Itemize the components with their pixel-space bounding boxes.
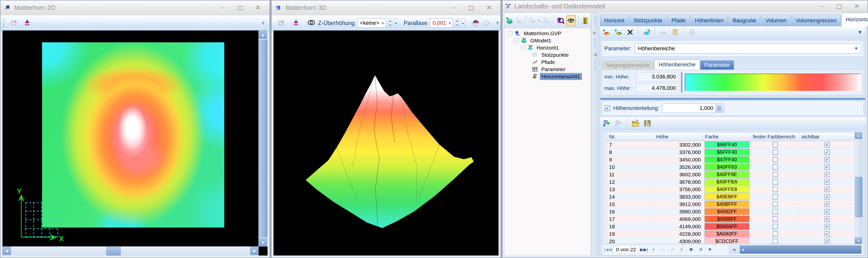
add-child-icon[interactable] <box>529 15 537 26</box>
cell-hoehe[interactable]: 4228,000 <box>654 230 703 237</box>
color-swatch[interactable]: $40BFFF <box>705 201 749 207</box>
table-row[interactable]: 93450,000$47FF40✓ <box>603 156 855 164</box>
splitter-grip[interactable] <box>594 16 596 27</box>
collapse-icon[interactable]: − <box>508 31 513 36</box>
scrollbar-thumb[interactable] <box>855 177 862 217</box>
column-header[interactable]: fester Farbbereich <box>751 133 800 141</box>
row-selector[interactable] <box>603 208 607 215</box>
cell-nr[interactable]: 15 <box>607 201 654 208</box>
toolbar-grip[interactable] <box>3 18 5 28</box>
copy-parameter-icon[interactable] <box>671 27 680 38</box>
remove-child-icon[interactable] <box>543 15 551 26</box>
checkbox[interactable] <box>773 231 778 237</box>
scrollbar-thumb[interactable] <box>106 247 121 256</box>
nav-insert-icon[interactable]: + <box>649 246 658 254</box>
remove-model-icon[interactable] <box>515 15 523 26</box>
hoehenunterteilung-input[interactable]: 1,000 <box>662 104 724 113</box>
detach-window-icon[interactable] <box>8 18 19 28</box>
checkbox[interactable]: ✓ <box>825 209 830 214</box>
delete-icon[interactable] <box>625 27 635 38</box>
cell-farbe[interactable]: $47FF40 <box>703 156 751 163</box>
checkbox[interactable] <box>773 194 778 200</box>
row-selector[interactable] <box>603 216 607 223</box>
cell-farbe[interactable]: $CDCDFF <box>703 238 751 244</box>
table-row[interactable]: 153912,000$40BFFF✓ <box>603 201 855 208</box>
column-header[interactable]: Farbe <box>703 133 751 141</box>
search-icon[interactable] <box>556 15 565 26</box>
viewport-3d[interactable] <box>274 30 499 256</box>
splitter-grip[interactable] <box>594 38 596 49</box>
cell-farbe[interactable]: $A0A0FF <box>703 230 751 237</box>
checkbox[interactable]: ✓ <box>825 149 830 155</box>
cell-sichtbar[interactable]: ✓ <box>800 186 855 193</box>
color-swatch[interactable]: $CDCDFF <box>705 238 749 244</box>
checkbox[interactable]: ✓ <box>825 187 830 192</box>
checkbox[interactable] <box>773 224 778 229</box>
cell-farbe[interactable]: $4066FF <box>703 216 751 223</box>
color-swatch[interactable]: $40FF63 <box>705 164 749 170</box>
viewport-2d[interactable]: Y X ▲ ▼ ◀ ▶ <box>2 30 268 256</box>
cell-hoehe[interactable]: 4069,000 <box>654 216 703 223</box>
row-selector[interactable] <box>603 156 607 163</box>
tab-höhenlinien[interactable]: Höhenlinien <box>691 15 728 26</box>
color-swatch[interactable]: $40FFBA <box>705 178 749 185</box>
layers-export-icon[interactable] <box>292 18 300 28</box>
table-horizontal-scrollbar[interactable]: ◀ ◀ <box>729 246 862 254</box>
chevron-down-icon[interactable]: ▾ <box>448 21 453 26</box>
checkbox[interactable] <box>773 142 778 148</box>
parameter-select[interactable]: Höhenbereiche ▼ <box>635 44 861 54</box>
checkbox[interactable] <box>773 187 778 192</box>
table-row[interactable]: 133756,000$40FFE8✓ <box>603 186 855 193</box>
nav-first-icon[interactable]: |◀◀ <box>603 246 612 254</box>
tab-horizont[interactable]: Horizont <box>600 15 629 26</box>
tree-item-pfade[interactable]: Pfade <box>504 58 591 66</box>
cell-hoehe[interactable]: 3912,000 <box>654 201 703 208</box>
cell-nr[interactable]: 10 <box>607 164 654 171</box>
cell-fester-farbbereich[interactable] <box>751 141 800 148</box>
toolbar-overflow-icon[interactable]: ▼ <box>261 20 267 26</box>
cell-sichtbar[interactable]: ✓ <box>800 156 855 163</box>
column-header[interactable]: Höhe <box>654 133 703 141</box>
checkbox[interactable]: ✓ <box>825 217 830 222</box>
cell-nr[interactable]: 12 <box>607 178 654 185</box>
cell-fester-farbbereich[interactable] <box>751 216 800 223</box>
color-swatch[interactable]: $4066FF <box>705 216 749 222</box>
table-row[interactable]: 184149,000$5A5AFF✓ <box>603 223 855 230</box>
row-selector[interactable] <box>603 238 607 244</box>
tab-pfade[interactable]: Pfade <box>667 15 690 26</box>
row-selector[interactable] <box>603 141 607 148</box>
tree-item-gmodel[interactable]: − GModel1 <box>504 37 591 44</box>
titlebar-3d[interactable]: Matterhorn 3D ─ ▢ ✕ <box>272 0 500 15</box>
layer-disabled-icon[interactable] <box>658 27 669 38</box>
cell-nr[interactable]: 7 <box>607 141 654 148</box>
table-row[interactable]: 163990,000$4092FF✓ <box>603 208 855 216</box>
scroll-down-icon[interactable]: ▼ <box>855 237 862 244</box>
cell-sichtbar[interactable]: ✓ <box>800 208 855 215</box>
add-view-icon[interactable] <box>602 27 612 38</box>
cell-sichtbar[interactable]: ✓ <box>800 193 855 200</box>
table-row[interactable]: 143833,000$40EBFF✓ <box>603 193 855 201</box>
nav-refresh-icon[interactable]: ✱ <box>687 246 695 254</box>
z-exaggeration-select[interactable]: <keine> ▾ <box>357 18 386 28</box>
cell-nr[interactable]: 19 <box>607 230 654 237</box>
row-selector[interactable] <box>603 230 607 237</box>
cell-fester-farbbereich[interactable] <box>751 186 800 193</box>
checkbox[interactable] <box>773 164 778 170</box>
horizontal-scrollbar-2d[interactable]: ◀ ▶ <box>2 246 259 256</box>
subtab-parameter[interactable]: Parameter <box>700 60 734 69</box>
checkbox[interactable] <box>773 239 778 244</box>
table-row[interactable]: 103526,000$40FF63✓ <box>603 164 855 171</box>
cell-hoehe[interactable]: 3756,000 <box>654 186 703 193</box>
orbit-icon[interactable] <box>482 18 490 28</box>
remove-row-icon[interactable] <box>614 118 623 129</box>
tab-horizontansicht[interactable]: Horizontansicht <box>841 12 868 26</box>
nav-cancel-icon[interactable]: ✗ <box>677 246 686 254</box>
rotate-view-icon[interactable] <box>472 18 480 28</box>
row-selector[interactable] <box>603 148 607 156</box>
nav-post-icon[interactable]: ✓ <box>668 246 677 254</box>
checkbox[interactable] <box>773 202 778 207</box>
tree-item-project[interactable]: − Matterhorn.GVP <box>504 30 591 37</box>
row-selector[interactable] <box>603 178 607 185</box>
cell-hoehe[interactable]: 3990,000 <box>654 208 703 215</box>
checkbox[interactable]: ✓ <box>825 224 830 229</box>
